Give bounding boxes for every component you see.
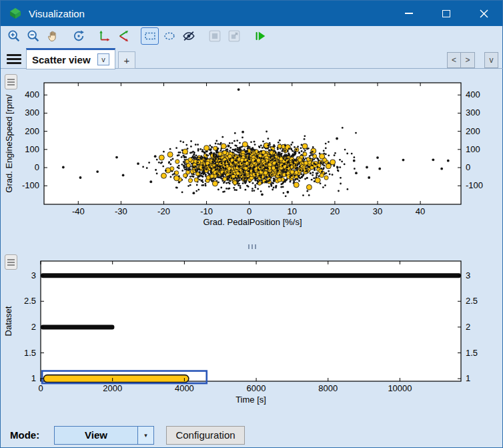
window-controls [390,1,502,26]
tool-disabled-1-button [205,27,223,45]
configuration-button[interactable]: Configuration [166,426,245,445]
run-button[interactable] [251,27,269,45]
y-tick-label: 1 [466,373,470,383]
y-tick-label: 3 [466,270,470,280]
menu-icon [7,259,15,260]
frame-tool-icon [207,29,222,43]
y-tick-label: 0 [35,162,39,172]
y-tick-label: 100 [466,144,480,154]
x-tick-label: 2000 [103,383,122,393]
view-menu-button[interactable] [4,50,24,67]
y-tick-label: 1.5 [466,348,478,358]
x-tick-label: 0 [38,383,43,393]
x-tick-label: -10 [200,206,213,216]
zoom-in-button[interactable] [5,27,23,45]
x-axis-label: Grad. PedalPosition [%/s] [203,217,302,227]
x-tick-label: 10000 [388,383,412,393]
x-tick-label: -30 [115,206,127,216]
app-icon [9,7,22,20]
y-tick-label: 400 [25,89,39,99]
y-tick-label: 2 [466,322,470,332]
menu-icon [7,79,15,80]
scatter-plot-menu-button[interactable] [5,74,17,89]
maximize-icon [442,10,450,17]
frame-tool-2-icon [227,29,241,43]
tab-list-button[interactable]: v [484,52,498,68]
x-tick-label: -40 [72,206,85,216]
y-tick-label: 1.5 [24,348,36,358]
y-tick-label: -100 [466,180,483,190]
mode-value: View [55,427,137,444]
fit-axes-button[interactable] [115,27,133,45]
dataset-bar-1[interactable] [43,375,189,383]
tab-scatter-view[interactable]: Scatter view v [26,48,115,69]
scatter-panel: -40-30-20-10010203040-100-10000100100200… [1,69,503,242]
y-tick-label: -100 [22,180,39,190]
y-tick-label: 1 [31,373,36,383]
dataset-bar-3[interactable] [41,273,461,278]
tab-scroll-left-button[interactable]: < [447,52,461,68]
close-icon [480,9,488,18]
title-bar: Visualization [1,1,502,26]
y-tick-label: 2.5 [466,296,478,306]
y-tick-label: 300 [466,107,480,118]
y-axis-label: Dataset [3,306,13,336]
panel-splitter[interactable] [1,242,503,250]
tab-scroll-right-button[interactable]: > [461,52,475,68]
x-tick-label: 6000 [247,383,266,393]
pan-button[interactable] [43,27,61,45]
timeline-plot[interactable]: 0200040006000800010000111.51.5222.52.533… [1,250,503,423]
y-tick-label: 400 [466,89,480,99]
reset-axes-button[interactable] [95,27,113,45]
rect-select-icon [143,29,157,43]
y-tick-label: 200 [466,126,480,136]
y-tick-label: 2.5 [24,296,36,306]
x-tick-label: 8000 [318,383,338,393]
x-axis-label: Time [s] [235,395,266,405]
play-icon [253,29,268,43]
x-tick-label: 20 [330,206,340,216]
add-tab-button[interactable]: + [118,51,135,69]
y-tick-label: 100 [25,144,39,154]
eye-slash-icon [181,29,196,43]
tab-label: Scatter view [32,54,91,65]
scatter-plot-frame [44,83,461,204]
dataset-bar-2[interactable] [41,324,114,329]
chevron-down-icon[interactable]: ▾ [137,427,153,444]
minimize-button[interactable] [390,1,428,26]
main-toolbar [1,26,502,46]
mode-dropdown[interactable]: View ▾ [54,426,154,445]
y-tick-label: 0 [466,162,470,172]
mode-label: Mode: [10,429,39,441]
close-button[interactable] [465,1,502,26]
select-rectangle-button[interactable] [141,27,159,45]
x-tick-label: 40 [416,206,425,216]
y-tick-label: 3 [31,270,36,280]
x-tick-label: 0 [247,206,252,216]
y-tick-label: 2 [31,322,36,332]
axes-diagonal-icon [117,29,131,43]
y-axis-label: Grad. EngineSpeed [rpm/ [4,94,14,193]
x-tick-label: 10 [288,206,297,216]
y-tick-label: 200 [25,126,39,136]
zoom-out-icon [26,29,41,43]
select-ellipse-button[interactable] [160,27,178,45]
hamburger-icon [7,54,21,56]
timeline-plot-menu-button[interactable] [5,254,17,270]
rotate-3d-button[interactable] [69,27,87,45]
splitter-grip-icon [248,244,249,249]
zoom-out-button[interactable] [24,27,42,45]
hide-selection-button[interactable] [179,27,197,45]
hand-icon [45,29,60,43]
x-tick-label: 30 [373,206,382,216]
scatter-plot[interactable]: -40-30-20-10010203040-100-10000100100200… [1,69,503,242]
x-tick-label: 4000 [175,383,194,393]
maximize-button[interactable] [428,1,465,26]
window-title: Visualization [29,8,85,19]
x-tick-label: -20 [157,206,170,216]
rotate-icon [71,29,86,43]
mode-bar: Mode: View ▾ Configuration [1,423,503,448]
timeline-panel: 0200040006000800010000111.51.5222.52.533… [1,250,503,423]
tab-dropdown-button[interactable]: v [97,53,109,65]
y-tick-label: 300 [25,107,39,118]
